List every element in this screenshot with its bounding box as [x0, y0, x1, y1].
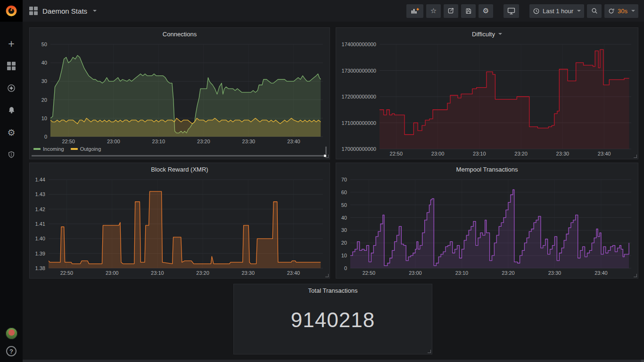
legend-swatch-incoming-icon — [33, 148, 41, 150]
add-panel-icon — [410, 7, 420, 15]
legend-item-incoming[interactable]: Incoming — [33, 146, 64, 152]
svg-text:50: 50 — [41, 41, 47, 47]
svg-text:23:10: 23:10 — [151, 270, 164, 276]
svg-text:23:30: 23:30 — [556, 151, 570, 156]
panel-resize-handle[interactable] — [428, 350, 431, 353]
svg-text:1.39: 1.39 — [35, 251, 45, 256]
sidebar-item-server-admin[interactable] — [0, 148, 23, 161]
sidebar-item-dashboards[interactable] — [0, 60, 23, 72]
panel-difficulty: Difficulty 17000000000017100000000017200… — [336, 27, 638, 159]
time-range-picker[interactable]: Last 1 hour — [529, 4, 584, 18]
svg-text:23:30: 23:30 — [548, 270, 561, 276]
svg-text:23:00: 23:00 — [409, 270, 422, 276]
svg-text:22:50: 22:50 — [60, 270, 74, 276]
mempool-chart[interactable]: 01020304050607022:5023:0023:1023:2023:30… — [338, 175, 636, 276]
svg-text:23:00: 23:00 — [107, 139, 120, 144]
dashboard-settings-button[interactable]: ⚙ — [479, 4, 493, 18]
cycle-view-mode-button[interactable] — [504, 4, 519, 18]
panel-block-reward: Block Reward (XMR) 1.381.391.401.411.421… — [29, 163, 330, 279]
dashboard-grid-icon — [29, 7, 38, 15]
svg-text:23:10: 23:10 — [473, 151, 486, 156]
block-reward-chart[interactable]: 1.381.391.401.411.421.431.4422:5023:0023… — [32, 175, 328, 276]
chevron-down-icon — [631, 10, 635, 14]
panel-title[interactable]: Difficulty — [472, 31, 495, 38]
svg-text:1.41: 1.41 — [35, 221, 45, 227]
panel-title[interactable]: Connections — [163, 31, 197, 38]
svg-text:40: 40 — [341, 215, 347, 221]
grafana-logo[interactable] — [0, 0, 23, 22]
svg-text:60: 60 — [341, 189, 347, 195]
zoom-out-button[interactable] — [587, 4, 602, 18]
star-dashboard-button[interactable]: ☆ — [426, 4, 441, 18]
svg-text:23:10: 23:10 — [152, 139, 165, 144]
star-icon: ☆ — [430, 8, 437, 15]
panel-connections: Connections 0102030405022:5023:0023:1023… — [29, 27, 330, 159]
horizontal-scrollbar[interactable] — [32, 155, 324, 156]
svg-text:23:40: 23:40 — [287, 270, 300, 276]
svg-text:173000000000: 173000000000 — [342, 68, 376, 74]
refresh-icon — [608, 8, 615, 15]
page-scrollbar-track[interactable] — [23, 360, 644, 362]
svg-text:23:40: 23:40 — [287, 139, 300, 144]
panel-header-block-reward[interactable]: Block Reward (XMR) — [30, 163, 330, 175]
svg-text:20: 20 — [341, 240, 347, 246]
panel-header-mempool[interactable]: Mempool Transactions — [336, 163, 638, 175]
panel-total-transactions: Total Transactions 9140218 — [233, 284, 432, 354]
refresh-button[interactable]: 30s — [604, 4, 638, 18]
svg-text:23:40: 23:40 — [598, 151, 611, 156]
sidebar-item-alerting[interactable] — [0, 104, 23, 116]
panel-menu-caret-icon[interactable] — [498, 33, 502, 37]
help-icon[interactable]: ? — [6, 346, 17, 356]
svg-text:23:30: 23:30 — [242, 139, 256, 144]
plus-icon: + — [8, 39, 14, 49]
svg-text:30: 30 — [341, 227, 347, 233]
panel-mempool: Mempool Transactions 01020304050607022:5… — [336, 163, 638, 279]
svg-text:23:10: 23:10 — [455, 270, 469, 276]
legend-item-outgoing[interactable]: Outgoing — [71, 146, 101, 152]
dashboard-title[interactable]: Daemon Stats — [42, 7, 87, 15]
chevron-down-icon — [93, 10, 97, 14]
panel-header-connections[interactable]: Connections — [30, 28, 330, 40]
time-range-label: Last 1 hour — [543, 8, 573, 15]
panel-header-total-transactions[interactable]: Total Transactions — [234, 284, 432, 296]
user-avatar[interactable] — [6, 328, 17, 339]
svg-text:1.43: 1.43 — [35, 191, 45, 197]
share-dashboard-button[interactable] — [444, 4, 458, 18]
panel-resize-handle[interactable] — [325, 274, 329, 277]
legend-label-outgoing[interactable]: Outgoing — [80, 146, 101, 152]
navbar: Daemon Stats ☆ — [23, 0, 644, 22]
gear-icon: ⚙ — [483, 8, 489, 15]
svg-text:30: 30 — [41, 78, 47, 84]
svg-text:22:50: 22:50 — [390, 151, 403, 156]
difficulty-chart[interactable]: 1700000000001710000000001720000000001730… — [338, 40, 636, 157]
gear-icon: ⚙ — [7, 128, 15, 137]
svg-text:1.42: 1.42 — [35, 206, 45, 212]
svg-text:10: 10 — [41, 115, 47, 121]
vertical-scrollbar[interactable] — [325, 147, 327, 154]
panel-title[interactable]: Mempool Transactions — [456, 166, 518, 173]
svg-text:174000000000: 174000000000 — [342, 41, 376, 47]
svg-text:70: 70 — [341, 177, 347, 182]
refresh-interval-label[interactable]: 30s — [618, 8, 627, 15]
dashboard-title-picker[interactable]: Daemon Stats — [29, 7, 97, 15]
panel-header-difficulty[interactable]: Difficulty — [336, 28, 638, 40]
sidebar-item-create[interactable]: + — [0, 38, 23, 50]
legend-label-incoming[interactable]: Incoming — [43, 146, 64, 152]
svg-text:23:30: 23:30 — [242, 270, 255, 276]
sidebar-item-configuration[interactable]: ⚙ — [0, 126, 23, 139]
sidebar-item-explore[interactable] — [0, 82, 23, 94]
panel-resize-handle[interactable] — [634, 274, 637, 277]
grafana-logo-icon — [5, 4, 18, 17]
connections-chart[interactable]: 0102030405022:5023:0023:1023:2023:3023:4… — [32, 40, 328, 145]
panel-resize-handle[interactable] — [634, 155, 637, 158]
add-panel-button[interactable] — [406, 4, 423, 18]
shield-icon — [7, 150, 16, 159]
panel-title[interactable]: Block Reward (XMR) — [151, 166, 208, 173]
save-dashboard-button[interactable] — [461, 4, 476, 18]
svg-text:23:40: 23:40 — [594, 270, 608, 276]
panel-title[interactable]: Total Transactions — [308, 287, 358, 294]
panel-resize-handle[interactable] — [325, 155, 329, 158]
monitor-icon — [507, 7, 516, 15]
svg-text:20: 20 — [41, 97, 47, 103]
scrollbar-corner — [641, 360, 644, 362]
